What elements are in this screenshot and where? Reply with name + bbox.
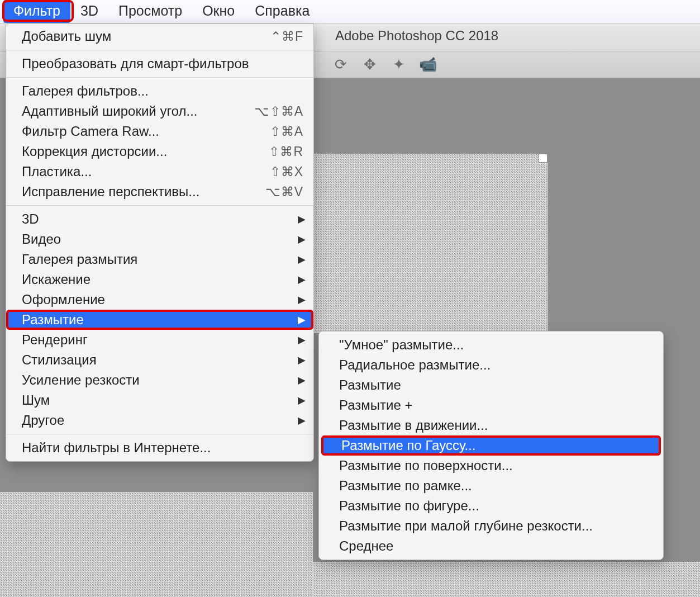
menu-item-label: Галерея фильтров... — [22, 83, 303, 99]
submenu-item-radial-blur[interactable]: Радиальное размытие... — [319, 355, 663, 375]
submenu-item-smart-blur[interactable]: "Умное" размытие... — [319, 335, 663, 355]
submenu-item-motion-blur[interactable]: Размытие в движении... — [319, 415, 663, 435]
submenu-item-label: Размытие при малой глубине резкости... — [339, 518, 593, 534]
submenu-item-gaussian-blur[interactable]: Размытие по Гауссу... — [321, 435, 661, 456]
chevron-right-icon: ▶ — [298, 293, 306, 306]
menu-item-label: 3D — [22, 211, 303, 227]
chevron-right-icon: ▶ — [298, 334, 306, 346]
submenu-item-label: "Умное" размытие... — [339, 337, 464, 353]
menu-item-3d[interactable]: 3D ▶ — [6, 209, 313, 229]
filter-menu: Добавить шум ⌃⌘F Преобразовать для смарт… — [6, 23, 314, 462]
menu-item-label: Пластика... — [22, 164, 270, 179]
menu-item-shortcut: ⌃⌘F — [270, 29, 303, 44]
menu-item-liquify[interactable]: Пластика... ⇧⌘X — [6, 162, 313, 182]
menubar-item-window[interactable]: Окно — [192, 0, 245, 23]
app-title: Adobe Photoshop CC 2018 — [335, 28, 498, 44]
menu-item-filter-gallery[interactable]: Галерея фильтров... — [6, 81, 313, 101]
menu-item-blur-gallery[interactable]: Галерея размытия ▶ — [6, 249, 313, 269]
menu-item-sharpen[interactable]: Усиление резкости ▶ — [6, 370, 313, 390]
menu-item-browse-filters[interactable]: Найти фильтры в Интернете... — [6, 438, 313, 458]
menu-item-video[interactable]: Видео ▶ — [6, 229, 313, 249]
menubar-item-help[interactable]: Справка — [245, 0, 320, 23]
menubar: Фильтр 3D Просмотр Окно Справка — [0, 0, 700, 23]
menu-item-shortcut: ⇧⌘X — [270, 164, 303, 179]
menu-item-label: Адаптивный широкий угол... — [22, 103, 254, 119]
chevron-right-icon: ▶ — [298, 374, 306, 386]
submenu-item-label: Размытие + — [339, 397, 412, 413]
menu-item-pixelate[interactable]: Оформление ▶ — [6, 290, 313, 310]
submenu-item-label: Размытие — [339, 377, 401, 393]
canvas-document-right[interactable] — [313, 562, 700, 597]
menu-item-convert-smart[interactable]: Преобразовать для смарт-фильтров — [6, 54, 313, 74]
submenu-item-surface-blur[interactable]: Размытие по поверхности... — [319, 456, 663, 476]
menu-item-label: Добавить шум — [22, 29, 270, 44]
submenu-item-blur-more[interactable]: Размытие + — [319, 395, 663, 415]
menu-item-label: Размытие — [22, 312, 303, 328]
menu-item-label: Исправление перспективы... — [22, 184, 265, 200]
menu-item-blur[interactable]: Размытие ▶ — [6, 310, 313, 330]
menu-item-label: Галерея размытия — [22, 252, 303, 267]
chevron-right-icon: ▶ — [298, 233, 306, 245]
move-icon[interactable]: ✥ — [361, 56, 378, 73]
menu-item-shortcut: ⇧⌘A — [270, 124, 303, 139]
chevron-right-icon: ▶ — [298, 354, 306, 366]
menu-item-shortcut: ⌥⌘V — [265, 184, 303, 200]
menu-item-adaptive-wide[interactable]: Адаптивный широкий угол... ⌥⇧⌘A — [6, 101, 313, 121]
menubar-item-view[interactable]: Просмотр — [108, 0, 192, 23]
menu-item-label: Стилизация — [22, 352, 303, 368]
menu-item-other[interactable]: Другое ▶ — [6, 410, 313, 430]
menu-item-label: Шум — [22, 392, 303, 408]
menubar-item-3d[interactable]: 3D — [70, 0, 108, 23]
menu-separator — [6, 434, 313, 434]
chevron-right-icon: ▶ — [298, 394, 306, 406]
menu-item-lens-correction[interactable]: Коррекция дисторсии... ⇧⌘R — [6, 141, 313, 162]
submenu-item-box-blur[interactable]: Размытие по рамке... — [319, 476, 663, 496]
menubar-item-filter[interactable]: Фильтр — [3, 0, 70, 23]
menu-item-label: Найти фильтры в Интернете... — [22, 440, 303, 456]
menu-item-label: Оформление — [22, 292, 303, 307]
menu-item-noise[interactable]: Шум ▶ — [6, 390, 313, 410]
submenu-item-shape-blur[interactable]: Размытие по фигуре... — [319, 496, 663, 516]
orbit-icon[interactable]: ✦ — [391, 56, 407, 73]
menu-item-label: Другое — [22, 413, 303, 428]
canvas-document[interactable] — [313, 154, 547, 333]
menu-item-vanishing-point[interactable]: Исправление перспективы... ⌥⌘V — [6, 182, 313, 202]
menu-item-shortcut: ⇧⌘R — [269, 144, 303, 159]
blur-submenu: "Умное" размытие... Радиальное размытие.… — [318, 331, 664, 560]
submenu-item-label: Размытие в движении... — [339, 418, 488, 433]
submenu-item-label: Размытие по поверхности... — [339, 458, 513, 473]
chevron-right-icon: ▶ — [298, 253, 306, 266]
menu-separator — [6, 77, 313, 78]
menu-item-label: Фильтр Camera Raw... — [22, 124, 270, 139]
menu-item-label: Усиление резкости — [22, 372, 303, 388]
camera-icon[interactable]: 📹 — [420, 56, 436, 73]
submenu-item-label: Размытие по Гауссу... — [341, 438, 476, 453]
menu-item-label: Видео — [22, 231, 303, 247]
submenu-item-average[interactable]: Среднее — [319, 536, 663, 556]
menu-item-add-noise[interactable]: Добавить шум ⌃⌘F — [6, 26, 313, 46]
menu-item-stylize[interactable]: Стилизация ▶ — [6, 350, 313, 370]
submenu-item-blur[interactable]: Размытие — [319, 375, 663, 395]
rotate-icon[interactable]: ⟳ — [332, 56, 349, 73]
submenu-item-label: Среднее — [339, 538, 393, 554]
submenu-item-label: Размытие по рамке... — [339, 478, 472, 494]
submenu-item-label: Радиальное размытие... — [339, 357, 491, 373]
menu-item-label: Рендеринг — [22, 332, 303, 348]
menu-item-render[interactable]: Рендеринг ▶ — [6, 330, 313, 350]
menu-item-label: Искажение — [22, 272, 303, 287]
chevron-right-icon: ▶ — [298, 213, 306, 225]
chevron-right-icon: ▶ — [298, 273, 306, 286]
menu-item-camera-raw[interactable]: Фильтр Camera Raw... ⇧⌘A — [6, 121, 313, 141]
chevron-right-icon: ▶ — [298, 314, 306, 326]
menu-item-shortcut: ⌥⇧⌘A — [254, 104, 303, 119]
menu-item-distort[interactable]: Искажение ▶ — [6, 269, 313, 290]
menu-item-label: Коррекция дисторсии... — [22, 144, 269, 159]
menu-item-label: Преобразовать для смарт-фильтров — [22, 56, 303, 72]
menu-separator — [6, 205, 313, 206]
submenu-item-label: Размытие по фигуре... — [339, 498, 479, 514]
chevron-right-icon: ▶ — [298, 414, 306, 427]
canvas-document-lower[interactable] — [0, 492, 313, 597]
submenu-item-lens-blur[interactable]: Размытие при малой глубине резкости... — [319, 516, 663, 536]
menu-separator — [6, 50, 313, 50]
